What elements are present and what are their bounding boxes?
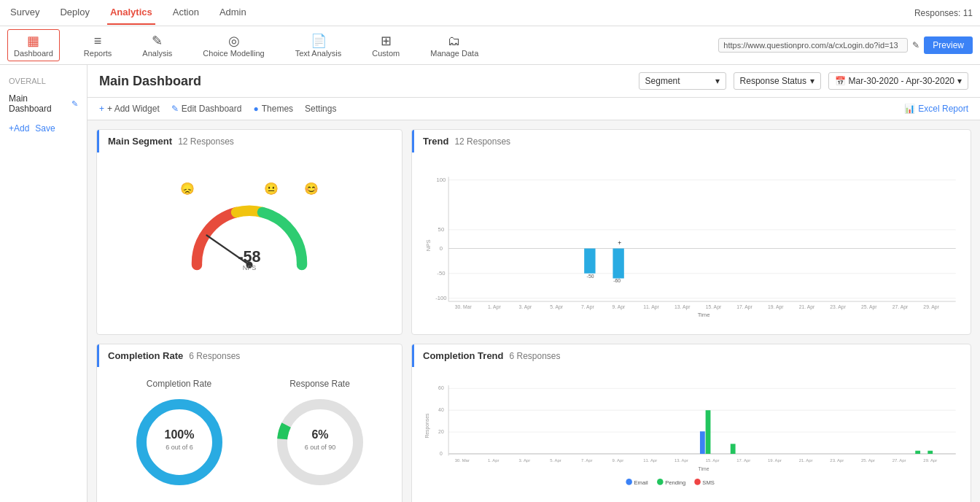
svg-text:20: 20 xyxy=(438,429,444,434)
completion-rate-svg: 100% 6 out of 6 xyxy=(132,395,227,490)
toolbar-analysis-label: Analysis xyxy=(142,49,172,58)
page-layout: Overall Main Dashboard ✎ +Add Save Main … xyxy=(0,65,980,502)
grid-row-2: Completion Rate 6 Responses Completion R… xyxy=(96,344,971,502)
edit-dashboard-button[interactable]: ✎ Edit Dashboard xyxy=(171,104,242,114)
settings-button[interactable]: Settings xyxy=(305,104,336,114)
svg-rect-63 xyxy=(915,451,920,454)
add-widget-button[interactable]: + + Add Widget xyxy=(99,104,160,114)
completion-trend-responses: 6 Responses xyxy=(510,351,561,361)
trend-chart-svg: 100 50 0 -50 -100 NPS xyxy=(424,158,959,326)
toolbar-dashboard-label: Dashboard xyxy=(14,49,53,58)
toolbar-text-analysis-label: Text Analysis xyxy=(295,49,342,58)
svg-text:6%: 6% xyxy=(311,428,328,441)
widget-toolbar: + + Add Widget ✎ Edit Dashboard ● Themes… xyxy=(88,98,980,120)
toolbar-text-analysis[interactable]: 📄 Text Analysis xyxy=(289,29,349,61)
response-rate-donut-label: Response Rate xyxy=(289,379,350,389)
svg-rect-60 xyxy=(700,431,705,454)
sidebar-item-main-dashboard[interactable]: Main Dashboard ✎ xyxy=(0,90,87,117)
svg-text:29. Apr: 29. Apr xyxy=(923,458,937,463)
date-chevron-icon: ▾ xyxy=(957,76,962,86)
svg-text:Time: Time xyxy=(699,466,709,471)
reports-icon: ≡ xyxy=(94,34,102,49)
svg-text:-60: -60 xyxy=(613,278,621,283)
svg-rect-0 xyxy=(300,255,305,270)
dashboard-controls: Segment ▾ Response Status ▾ 📅 Mar-30-202… xyxy=(639,72,968,90)
svg-text:Pending: Pending xyxy=(665,479,685,486)
svg-text:0: 0 xyxy=(440,451,443,456)
svg-point-86 xyxy=(694,479,701,485)
save-button[interactable]: Save xyxy=(35,123,55,134)
svg-text:30. Mar: 30. Mar xyxy=(455,304,472,309)
completion-rate-title: Completion Rate xyxy=(108,350,183,361)
edit-url-icon[interactable]: ✎ xyxy=(912,40,919,50)
segment-select[interactable]: Segment ▾ xyxy=(639,72,726,90)
svg-text:21. Apr: 21. Apr xyxy=(799,458,813,463)
completion-rate-responses: 6 Responses xyxy=(189,351,240,361)
toolbar-custom[interactable]: ⊞ Custom xyxy=(365,29,406,61)
toolbar-dashboard[interactable]: ▦ Dashboard xyxy=(7,29,60,61)
svg-rect-19 xyxy=(612,249,623,279)
response-rate-svg: 6% 6 out of 90 xyxy=(273,395,368,490)
svg-text:11. Apr: 11. Apr xyxy=(643,458,657,463)
choice-modelling-icon: ◎ xyxy=(228,33,240,49)
completion-trend-title: Completion Trend xyxy=(423,350,504,361)
nav-admin[interactable]: Admin xyxy=(217,1,249,25)
svg-text:Responses: Responses xyxy=(424,413,430,439)
svg-text:13. Apr: 13. Apr xyxy=(674,458,688,463)
main-segment-header: Main Segment 12 Responses xyxy=(97,130,402,152)
toolbar-reports[interactable]: ≡ Reports xyxy=(77,30,119,61)
manage-data-icon: 🗂 xyxy=(448,34,461,49)
trend-chart-area: 100 50 0 -50 -100 NPS xyxy=(412,152,971,334)
svg-text:11. Apr: 11. Apr xyxy=(643,304,659,310)
main-segment-body: 😞 😐 😊 xyxy=(97,152,402,308)
response-status-select[interactable]: Response Status ▾ xyxy=(734,72,821,90)
edit-dashboard-icon[interactable]: ✎ xyxy=(71,99,78,109)
add-button[interactable]: +Add xyxy=(9,123,29,134)
svg-text:-58: -58 xyxy=(238,247,260,266)
svg-text:Time: Time xyxy=(698,312,710,318)
calendar-icon: 📅 xyxy=(835,76,846,86)
response-status-chevron-icon: ▾ xyxy=(810,76,814,86)
themes-button[interactable]: ● Themes xyxy=(253,104,293,114)
completion-rate-widget: Completion Rate 6 Responses Completion R… xyxy=(96,344,402,502)
svg-text:27. Apr: 27. Apr xyxy=(892,458,906,463)
svg-text:-50: -50 xyxy=(587,274,594,279)
custom-icon: ⊞ xyxy=(381,33,392,49)
svg-rect-18 xyxy=(584,249,595,274)
svg-text:15. Apr: 15. Apr xyxy=(706,458,720,463)
svg-text:21. Apr: 21. Apr xyxy=(799,304,815,310)
toolbar-choice-modelling[interactable]: ◎ Choice Modelling xyxy=(196,29,271,61)
completion-rate-body: Completion Rate 100% 6 out of 6 xyxy=(97,367,402,501)
svg-text:Email: Email xyxy=(634,479,648,486)
svg-text:15. Apr: 15. Apr xyxy=(706,304,722,310)
svg-text:30. Mar: 30. Mar xyxy=(455,458,470,463)
response-rate-donut: Response Rate 6% 6 out of 90 xyxy=(273,379,368,490)
preview-button[interactable]: Preview xyxy=(924,36,973,54)
date-range-picker[interactable]: 📅 Mar-30-2020 - Apr-30-2020 ▾ xyxy=(828,72,968,90)
url-input[interactable] xyxy=(718,38,908,53)
nav-survey[interactable]: Survey xyxy=(7,1,42,25)
svg-rect-61 xyxy=(706,410,711,454)
nav-deploy[interactable]: Deploy xyxy=(57,1,92,25)
segment-chevron-icon: ▾ xyxy=(715,76,720,86)
grid-row-1: Main Segment 12 Responses 😞 😐 😊 xyxy=(96,129,971,335)
svg-text:6 out of 6: 6 out of 6 xyxy=(166,444,193,451)
nav-action[interactable]: Action xyxy=(170,1,202,25)
analysis-icon: ✎ xyxy=(152,33,163,49)
svg-text:100%: 100% xyxy=(164,428,194,441)
dashboard-icon: ▦ xyxy=(27,33,39,49)
svg-rect-62 xyxy=(731,444,736,454)
text-analysis-icon: 📄 xyxy=(311,33,327,49)
main-segment-title: Main Segment xyxy=(108,136,172,147)
url-bar: ✎ Preview xyxy=(718,36,973,54)
svg-text:7. Apr: 7. Apr xyxy=(581,304,595,310)
response-status-label: Response Status xyxy=(740,76,806,86)
main-segment-widget: Main Segment 12 Responses 😞 😐 😊 xyxy=(96,129,402,335)
nav-analytics[interactable]: Analytics xyxy=(107,1,155,25)
svg-text:1. Apr: 1. Apr xyxy=(488,458,499,463)
toolbar-analysis[interactable]: ✎ Analysis xyxy=(136,29,179,61)
excel-report-button[interactable]: 📊 Excel Report xyxy=(904,104,968,114)
date-range-label: Mar-30-2020 - Apr-30-2020 xyxy=(849,76,954,86)
svg-text:NPS: NPS xyxy=(425,239,432,251)
toolbar-manage-data[interactable]: 🗂 Manage Data xyxy=(424,30,485,61)
